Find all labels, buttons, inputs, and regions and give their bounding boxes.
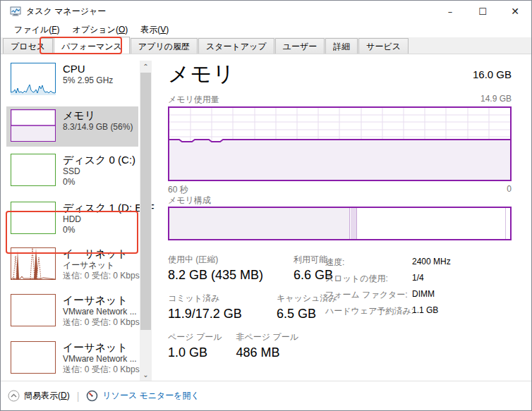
ethernet3-mini-chart [11, 341, 56, 374]
tab-users[interactable]: ユーザー [275, 38, 325, 54]
tab-processes[interactable]: プロセス [3, 38, 53, 54]
disk1-usage: 0% [63, 225, 138, 235]
detail-hwreserved-label: ハードウェア予約済み: [325, 305, 412, 317]
scroll-down-arrow[interactable]: ⌄ [140, 369, 152, 381]
memory-usage: 8.3/14.9 GB (56%) [63, 122, 133, 133]
total-memory: 16.0 GB [473, 68, 512, 80]
simple-view-label: 簡易表示(D) [24, 390, 70, 402]
task-manager-window: タスク マネージャー – ☐ ✕ ファイル(F) オプション(O) 表示(V) … [0, 0, 532, 411]
title-bar: タスク マネージャー – ☐ ✕ [1, 1, 531, 22]
ethernet3-title: イーサネット [63, 341, 138, 354]
ethernet2-adapter: VMware Network ... [63, 307, 138, 317]
task-manager-icon [10, 6, 21, 17]
ethernet3-adapter: VMware Network ... [63, 354, 138, 364]
stat-inuse-value: 8.2 GB (435 MB) [168, 266, 279, 283]
resource-monitor-label: リソース モニターを開く [102, 390, 200, 402]
sidebar-item-ethernet1[interactable]: イーサネット イーサネット 送信: 0 受信: 0 Kbps [6, 246, 138, 281]
detail-hwreserved-value: 1.1 GB [412, 305, 438, 317]
cpu-usage: 5% 2.95 GHz [63, 75, 113, 86]
menu-file[interactable]: ファイル(F) [8, 23, 66, 37]
tab-bar: プロセス パフォーマンス アプリの履歴 スタートアップ ユーザー 詳細 サービス [1, 37, 531, 54]
detail-speed-value: 2400 MHz [412, 257, 451, 269]
memory-detail-panel: メモリ 16.0 GB メモリ使用量 14.9 GB 60 秒 0 メモリ構成 [168, 54, 512, 381]
stat-nonpagedpool-value: 486 MB [236, 344, 298, 361]
memory-usage-chart [168, 106, 512, 181]
ethernet2-mini-chart [11, 294, 56, 326]
footer-divider: | [77, 391, 80, 402]
menu-options[interactable]: オプション(O) [66, 23, 134, 37]
detail-speed-label: 速度: [325, 257, 412, 269]
detail-formfactor-value: DIMM [412, 289, 435, 301]
memory-composition-bar [168, 207, 512, 240]
memory-stats: 使用中 (圧縮) 8.2 GB (435 MB) 利用可能 6.6 GB コミッ… [168, 254, 344, 370]
cpu-mini-chart [11, 63, 56, 95]
ethernet3-traffic: 送信: 0 受信: 0 Kbps [63, 364, 138, 375]
ethernet1-mini-chart [11, 247, 56, 280]
tab-startup[interactable]: スタートアップ [198, 38, 274, 54]
memory-title: メモリ [63, 109, 133, 122]
usage-chart-label: メモリ使用量 [168, 94, 219, 106]
window-controls: – ☐ ✕ [434, 1, 531, 22]
performance-sidebar: CPU 5% 2.95 GHz メモリ 8.3/14.9 GB (56%) [1, 54, 140, 381]
maximize-button[interactable]: ☐ [466, 1, 499, 22]
menu-view[interactable]: 表示(V) [134, 23, 175, 37]
scroll-up-arrow[interactable]: ⌃ [140, 61, 152, 73]
sidebar-item-ethernet2[interactable]: イーサネット VMware Network ... 送信: 0 受信: 0 Kb… [6, 293, 138, 328]
usage-x-right: 0 [507, 184, 512, 194]
ethernet1-adapter: イーサネット [63, 260, 138, 271]
scrollbar-thumb[interactable] [140, 73, 151, 330]
tab-app-history[interactable]: アプリの履歴 [131, 38, 198, 54]
sidebar-item-disk1[interactable]: ディスク 1 (D: E: F HDD 0% [6, 200, 138, 235]
disk0-type: SSD [63, 166, 135, 177]
cpu-title: CPU [63, 63, 113, 75]
disk0-mini-chart [11, 154, 56, 186]
stat-committed-label: コミット済み [168, 293, 262, 304]
tab-services[interactable]: サービス [358, 38, 409, 54]
content-area: CPU 5% 2.95 GHz メモリ 8.3/14.9 GB (56%) [1, 54, 531, 381]
stat-nonpagedpool-label: 非ページ プール [236, 331, 298, 343]
sidebar-item-cpu[interactable]: CPU 5% 2.95 GHz [6, 61, 138, 95]
tab-performance[interactable]: パフォーマンス [54, 37, 130, 54]
minimize-button[interactable]: – [434, 1, 466, 22]
disk1-mini-chart [11, 202, 56, 234]
stat-pagedpool-value: 1.0 GB [168, 344, 222, 361]
ethernet2-title: イーサネット [63, 294, 138, 307]
disk0-usage: 0% [63, 177, 135, 188]
composition-inuse-segment [169, 208, 350, 239]
sidebar-item-memory[interactable]: メモリ 8.3/14.9 GB (56%) [6, 106, 138, 147]
menu-bar: ファイル(F) オプション(O) 表示(V) [1, 22, 531, 37]
simple-view-button[interactable]: 簡易表示(D) [8, 390, 70, 402]
composition-label: メモリ構成 [168, 195, 211, 207]
stat-pagedpool-label: ページ プール [168, 331, 222, 343]
memory-hardware-details: 速度: 2400 MHz スロットの使用: 1/4 フォーム ファクター: DI… [325, 257, 512, 321]
tab-details[interactable]: 詳細 [325, 38, 358, 54]
usage-chart-svg [169, 108, 510, 180]
sidebar-item-ethernet3[interactable]: イーサネット VMware Network ... 送信: 0 受信: 0 Kb… [6, 340, 138, 375]
disk1-title: ディスク 1 (D: E: F [63, 202, 138, 214]
stat-inuse-label: 使用中 (圧縮) [168, 254, 279, 265]
open-resource-monitor-link[interactable]: リソース モニターを開く [86, 390, 200, 402]
memory-mini-chart [11, 109, 56, 142]
disk1-type: HDD [63, 214, 138, 225]
sidebar-item-disk0[interactable]: ディスク 0 (C:) SSD 0% [6, 152, 138, 188]
status-bar: 簡易表示(D) | リソース モニターを開く [1, 381, 531, 410]
detail-slots-label: スロットの使用: [325, 273, 412, 285]
stat-committed-value: 11.9/17.2 GB [168, 305, 262, 322]
close-button[interactable]: ✕ [499, 1, 531, 22]
composition-modified-segment [351, 208, 357, 239]
ethernet2-traffic: 送信: 0 受信: 0 Kbps [63, 317, 138, 328]
disk0-title: ディスク 0 (C:) [63, 154, 135, 166]
ethernet1-traffic: 送信: 0 受信: 0 Kbps [63, 271, 138, 281]
chevron-up-circle-icon [8, 390, 20, 402]
detail-slots-value: 1/4 [412, 273, 424, 285]
composition-right-divider [505, 208, 506, 239]
usage-chart-max: 14.9 GB [480, 94, 512, 104]
detail-formfactor-label: フォーム ファクター: [325, 289, 412, 301]
window-title: タスク マネージャー [26, 6, 106, 18]
resource-monitor-icon [86, 390, 98, 402]
sidebar-scrollbar[interactable]: ⌃ ⌄ [140, 61, 152, 381]
ethernet1-title: イーサネット [63, 247, 138, 260]
panel-title: メモリ [168, 60, 235, 89]
